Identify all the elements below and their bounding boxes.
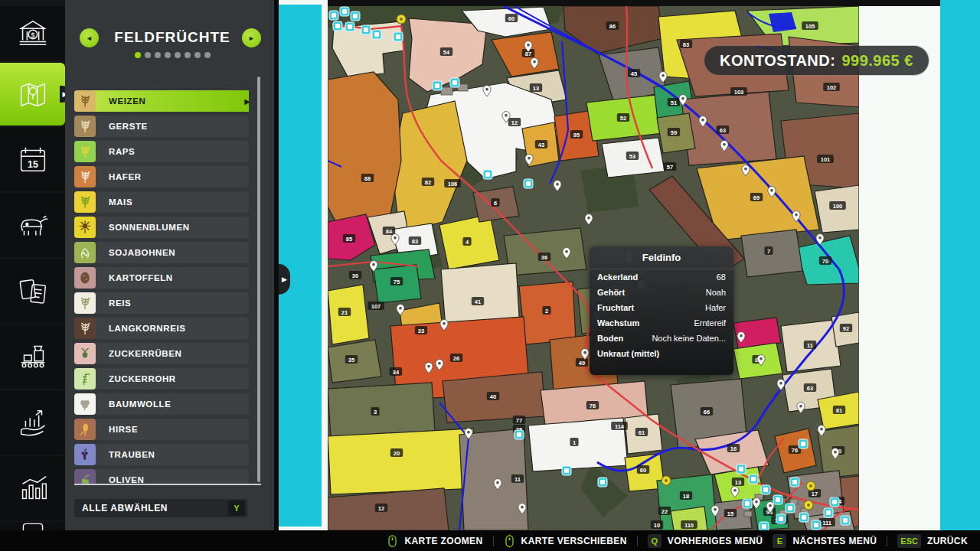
svg-text:52: 52 <box>620 115 626 122</box>
hotkey-zurueck[interactable]: ESC ZURÜCK <box>897 534 968 548</box>
map-poi-icon <box>790 478 799 487</box>
crop-label: HAFER <box>109 172 142 181</box>
map-poi-icon <box>483 170 492 179</box>
svg-text:66: 66 <box>704 409 710 416</box>
crop-item-sonnenblumen[interactable]: SONNENBLUMEN <box>74 217 249 238</box>
grapes-icon <box>74 444 96 465</box>
hotkey-karte-zoomen[interactable]: KARTE ZOOMEN <box>387 534 482 548</box>
svg-text:3: 3 <box>374 409 377 416</box>
crop-label: WEIZEN <box>109 96 145 106</box>
sidebar-item-more[interactable] <box>0 522 65 530</box>
svg-text:33: 33 <box>418 328 424 334</box>
crops-filter-panel: ◄ FELDFRÜCHTE ► WEIZEN ▶ GERSTE RAPS HAF… <box>65 0 274 530</box>
field-info-value: Noah <box>706 288 726 297</box>
sidebar-item-statistics[interactable] <box>0 456 65 520</box>
svg-text:53: 53 <box>629 153 635 160</box>
map-poi-icon <box>812 520 821 530</box>
field-info-tooltip: Feldinfo Ackerland68 GehörtNoah Fruchtar… <box>590 246 733 375</box>
sidebar-item-contracts[interactable] <box>0 259 65 323</box>
svg-text:70: 70 <box>822 258 828 265</box>
svg-text:75: 75 <box>394 279 400 285</box>
production-icon <box>15 339 51 374</box>
sidebar-item-calendar[interactable]: 15 <box>0 127 65 191</box>
crop-item-gerste[interactable]: GERSTE <box>74 116 249 137</box>
calendar-icon: 15 <box>15 142 51 177</box>
crop-item-hafer[interactable]: HAFER <box>74 166 249 187</box>
sidebar-item-sales[interactable] <box>0 390 65 455</box>
svg-text:12: 12 <box>378 505 384 512</box>
map-poi-icon <box>340 7 349 16</box>
sidebar-item-map[interactable]: ▶ <box>0 63 65 126</box>
crop-item-sojabohnen[interactable]: SOJABOHNEN <box>74 242 249 263</box>
divider <box>637 536 638 546</box>
svg-text:63: 63 <box>807 385 813 392</box>
map-pin-icon <box>777 380 785 390</box>
svg-text:110: 110 <box>684 522 694 529</box>
barley-icon <box>74 116 96 137</box>
svg-text:49: 49 <box>579 360 585 367</box>
svg-text:11: 11 <box>514 476 521 483</box>
svg-text:54: 54 <box>443 49 450 56</box>
crop-item-mais[interactable]: MAIS <box>74 191 249 213</box>
map-poi-icon <box>760 522 769 530</box>
hotkey-karte-verschieben[interactable]: KARTE VERSCHIEBEN <box>504 534 627 548</box>
svg-text:61: 61 <box>639 429 645 436</box>
page-dot <box>155 52 161 58</box>
svg-text:11: 11 <box>807 342 813 349</box>
hotkey-naechstes-menue[interactable]: E NÄCHSTES MENÜ <box>773 534 877 548</box>
crop-item-weizen[interactable]: WEIZEN ▶ <box>74 90 249 112</box>
map-poi-icon <box>830 497 839 507</box>
sorghum-icon <box>74 419 96 440</box>
field-info-label: Gehört <box>597 288 625 297</box>
crop-item-trauben[interactable]: TRAUBEN <box>74 444 249 465</box>
svg-text:100: 100 <box>833 203 843 210</box>
svg-text:76: 76 <box>590 403 596 409</box>
sunflower-icon <box>74 217 96 238</box>
account-balance-badge: KONTOSTAND: 999.965 € <box>704 46 929 75</box>
svg-text:35: 35 <box>348 357 354 364</box>
crop-item-reis[interactable]: REIS <box>74 292 249 314</box>
crop-item-zuckerrueben[interactable]: ZUCKERRÜBEN <box>74 343 249 364</box>
crop-item-zuckerrohr[interactable]: ZUCKERROHR <box>74 368 249 390</box>
svg-text:59: 59 <box>671 129 677 136</box>
svg-text:1: 1 <box>573 439 576 446</box>
crop-list-scrollbar[interactable] <box>257 77 260 482</box>
svg-text:22: 22 <box>662 508 668 515</box>
field-info-value: Noch keine Daten... <box>652 334 726 343</box>
svg-text:106: 106 <box>448 181 458 187</box>
crop-label: MAIS <box>109 197 132 207</box>
crop-item-hirse[interactable]: HIRSE <box>74 419 249 440</box>
sidebar-item-animals[interactable] <box>0 193 65 257</box>
map-poi-icon <box>598 478 607 487</box>
crop-item-oliven[interactable]: OLIVEN <box>74 469 249 484</box>
map-poi-icon <box>394 32 403 41</box>
svg-text:103: 103 <box>734 89 744 96</box>
soybean-icon <box>74 242 96 263</box>
balance-label: KONTOSTAND: <box>720 52 835 70</box>
key-badge-esc: ESC <box>897 534 921 548</box>
svg-text:15: 15 <box>727 510 733 517</box>
svg-text:15: 15 <box>28 159 38 170</box>
crop-list: WEIZEN ▶ GERSTE RAPS HAFER MAIS SONNE <box>74 90 249 484</box>
crop-item-kartoffeln[interactable]: KARTOFFELN <box>74 267 249 289</box>
svg-text:92: 92 <box>843 325 849 332</box>
hotkey-bar: KARTE ZOOMEN KARTE VERSCHIEBEN Q VORHERI… <box>0 530 980 551</box>
crop-item-raps[interactable]: RAPS <box>74 141 249 162</box>
map-poi-icon <box>743 499 752 508</box>
sidebar-item-production[interactable] <box>0 324 65 389</box>
svg-text:16: 16 <box>730 445 737 452</box>
svg-text:30: 30 <box>352 272 358 279</box>
svg-text:101: 101 <box>821 156 831 163</box>
deselect-all-button[interactable]: ALLE ABWÄHLEN Y <box>74 499 247 517</box>
map-poi-icon <box>433 81 442 90</box>
cotton-icon <box>74 393 96 415</box>
hotkey-vorheriges-menue[interactable]: Q VORHERIGES MENÜ <box>648 534 763 548</box>
next-page-button[interactable]: ► <box>242 28 261 47</box>
map-poi-icon <box>514 430 524 439</box>
mouse-zoom-icon <box>387 534 398 548</box>
crop-item-baumwolle[interactable]: BAUMWOLLE <box>74 393 249 415</box>
sidebar-item-finances[interactable]: $ <box>0 6 65 60</box>
map-poi-icon <box>351 11 360 21</box>
crop-item-langkornreis[interactable]: LANGKORNREIS <box>74 318 249 339</box>
crop-label: LANGKORNREIS <box>109 324 185 333</box>
